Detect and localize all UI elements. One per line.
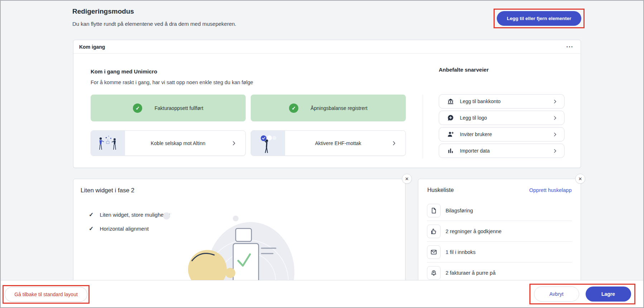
chevron-right-icon bbox=[552, 132, 558, 137]
page-title: Redigeringsmodus bbox=[72, 8, 134, 15]
close-icon[interactable]: ✕ bbox=[402, 174, 412, 184]
shortcut-label: Inviter brukere bbox=[460, 131, 547, 137]
chevron-right-icon bbox=[552, 115, 558, 121]
edit-mode-screen: Redigeringsmodus Du kan flytte rundt på … bbox=[0, 0, 644, 308]
step-label: Åpningsbalanse registrert bbox=[311, 105, 367, 111]
step-label: Aktivere EHF-mottak bbox=[285, 131, 391, 155]
add-remove-highlight: Legg til eller fjern elementer bbox=[494, 9, 585, 28]
step-label: Koble selskap mot Altinn bbox=[125, 131, 231, 155]
chevron-right-icon bbox=[391, 131, 405, 155]
footer-bar: Gå tilbake til standard layout Avbryt La… bbox=[1, 280, 643, 307]
widget-kom-igang-header: Kom igang ··· bbox=[73, 40, 581, 54]
small-widget-title: Liten widget i fase 2 bbox=[81, 187, 134, 194]
reset-layout-button[interactable]: Gå tilbake til standard layout bbox=[5, 287, 87, 302]
widget-small-phase2[interactable]: Liten widget i fase 2 ✓ Liten widget, st… bbox=[73, 179, 405, 284]
bank-icon bbox=[447, 98, 454, 105]
huskeliste-item-label: 2 regninger å godkjenne bbox=[446, 228, 501, 234]
person-illustration bbox=[251, 131, 285, 155]
bell-plus-icon bbox=[427, 266, 441, 280]
widget-huskeliste[interactable]: Huskeliste Opprett huskelapp Bilagsførin… bbox=[418, 179, 581, 284]
shortcut-add-logo[interactable]: Legg til logo bbox=[439, 111, 564, 125]
shortcut-label: Importer data bbox=[460, 148, 547, 154]
envelope-icon bbox=[427, 245, 441, 259]
shortcut-import-data[interactable]: Importer data bbox=[439, 144, 564, 158]
check-circle-icon: ✓ bbox=[133, 104, 142, 113]
people-illustration bbox=[91, 131, 125, 155]
shortcut-label: Legg til bankkonto bbox=[460, 98, 547, 104]
divider bbox=[423, 95, 423, 158]
shortcut-label: Legg til logo bbox=[460, 115, 547, 121]
checklist-item: ✓ Horizontal alignment bbox=[89, 225, 149, 232]
huskeliste-title: Huskeliste bbox=[427, 187, 454, 193]
check-circle-icon: ✓ bbox=[289, 104, 298, 113]
huskeliste-item-bilagsforing[interactable]: Bilagsføring bbox=[427, 200, 572, 221]
step-invoice-setup-complete: ✓ Fakturaoppsett fullført bbox=[91, 95, 246, 121]
chevron-right-icon bbox=[231, 131, 245, 155]
huskeliste-item-innboks[interactable]: 1 fil i innboks bbox=[427, 242, 572, 263]
reset-highlight: Gå tilbake til standard layout bbox=[3, 285, 90, 304]
huskeliste-item-label: 1 fil i innboks bbox=[446, 249, 476, 255]
page-subtitle: Du kan flytte rundt på elementene ved å … bbox=[72, 21, 236, 27]
shortcut-invite-users[interactable]: Inviter brukere bbox=[439, 127, 564, 141]
huskeliste-list: Bilagsføring 2 regninger å godkjenne 1 f… bbox=[418, 200, 581, 283]
step-ehf-activate[interactable]: Aktivere EHF-mottak bbox=[251, 130, 406, 156]
chat-plus-icon bbox=[447, 114, 454, 121]
check-icon: ✓ bbox=[89, 225, 93, 232]
shortcut-add-bank-account[interactable]: Legg til bankkonto bbox=[439, 94, 564, 109]
person-clipboard-illustration bbox=[158, 208, 301, 284]
chevron-right-icon bbox=[552, 99, 558, 104]
cancel-button[interactable]: Avbryt bbox=[534, 287, 579, 302]
kom-igang-heading: Kom i gang med Unimicro bbox=[91, 68, 157, 74]
huskeliste-item-label: 2 fakturaer å purre på bbox=[446, 270, 495, 276]
create-note-link[interactable]: Opprett huskelapp bbox=[529, 187, 572, 193]
add-remove-elements-button[interactable]: Legg til eller fjern elementer bbox=[497, 11, 581, 26]
document-icon bbox=[427, 204, 441, 217]
shortcuts-title: Anbefalte snarveier bbox=[439, 67, 489, 73]
ellipsis-menu-icon[interactable]: ··· bbox=[565, 43, 575, 50]
checklist-item-label: Horizontal alignment bbox=[100, 226, 149, 232]
save-button[interactable]: Lagre bbox=[586, 287, 631, 302]
widget-kom-igang-title: Kom igang bbox=[79, 44, 105, 50]
chevron-right-icon bbox=[552, 148, 558, 154]
step-altinn-link[interactable]: Koble selskap mot Altinn bbox=[91, 130, 246, 156]
huskeliste-item-label: Bilagsføring bbox=[446, 208, 473, 213]
step-opening-balance-complete: ✓ Åpningsbalanse registrert bbox=[251, 95, 406, 121]
step-label: Fakturaoppsett fullført bbox=[154, 105, 203, 111]
close-icon[interactable]: ✕ bbox=[575, 174, 585, 184]
bar-chart-icon bbox=[447, 147, 454, 154]
widget-kom-igang[interactable]: Kom igang ··· Kom i gang med Unimicro Fo… bbox=[73, 40, 581, 168]
person-add-icon bbox=[447, 131, 454, 138]
kom-igang-description: For å komme raskt i gang, har vi satt op… bbox=[91, 80, 253, 85]
actions-highlight: Avbryt Lagre bbox=[529, 284, 635, 304]
thumbs-up-icon bbox=[427, 225, 441, 238]
huskeliste-item-godkjenne[interactable]: 2 regninger å godkjenne bbox=[427, 221, 572, 242]
check-icon: ✓ bbox=[89, 211, 93, 218]
